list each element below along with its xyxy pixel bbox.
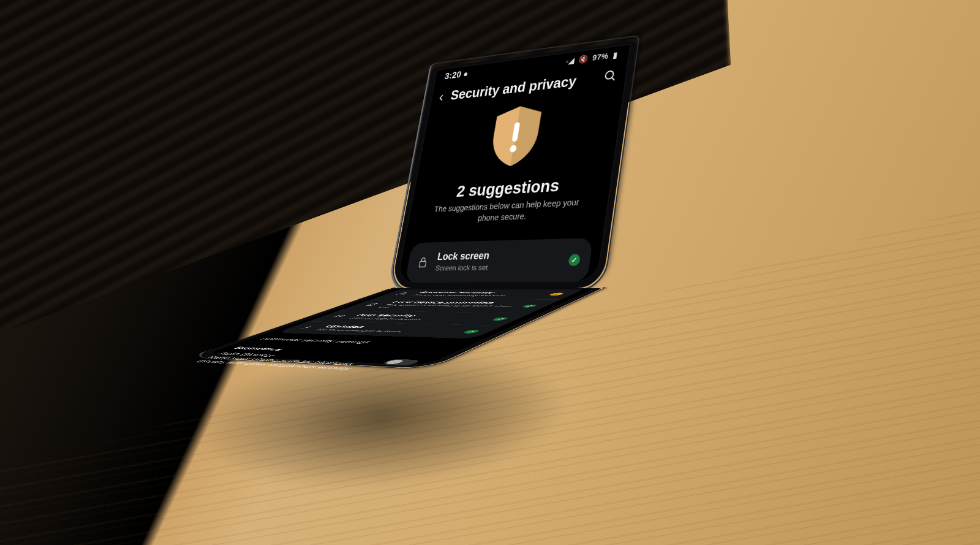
svg-point-10 — [334, 316, 337, 317]
shield-warning-icon — [483, 158, 539, 172]
svg-rect-4 — [419, 261, 426, 267]
security-hero: 2 suggestions The suggestions below can … — [413, 91, 614, 236]
svg-rect-6 — [366, 303, 378, 306]
lock-icon — [416, 256, 431, 269]
row-title: Lost device protection — [390, 300, 524, 305]
svg-point-11 — [338, 316, 341, 317]
row-subtitle: This phone is allowed to be found when l… — [375, 304, 516, 310]
photo-scene: 3:20 ▫◢ 🔇 97% ▮ ‹ Security and privacy — [0, 0, 980, 545]
battery-text: 97% — [592, 51, 609, 63]
status-icons: ▫◢ 🔇 97% ▮ — [565, 50, 619, 66]
row-subtitle: Check your Samsung account — [409, 294, 540, 297]
back-button[interactable]: ‹ — [438, 90, 445, 104]
status-warn-icon — [548, 293, 565, 296]
row-title: App security — [353, 313, 492, 319]
section-biometrics[interactable]: Biometrics — [224, 343, 448, 359]
status-ok-icon — [568, 254, 581, 266]
status-time: 3:20 — [444, 69, 469, 82]
svg-point-8 — [337, 315, 341, 316]
row-subtitle: Screen lock is set — [435, 262, 560, 273]
auto-blocker-toggle[interactable] — [380, 359, 422, 365]
phone-locate-icon — [361, 303, 382, 306]
apps-icon — [328, 314, 350, 318]
svg-point-5 — [401, 292, 407, 294]
battery-icon: ▮ — [612, 50, 619, 59]
status-ok-icon — [461, 330, 481, 333]
update-icon — [296, 326, 319, 329]
account-icon — [393, 292, 413, 295]
volume-icon: 🔇 — [578, 54, 589, 64]
row-lock-screen[interactable]: Lock screen Screen lock is set — [405, 238, 594, 283]
search-button[interactable] — [602, 68, 617, 86]
row-title: Lock screen — [437, 248, 562, 262]
status-ok-icon — [490, 318, 510, 321]
svg-point-9 — [342, 315, 345, 316]
signal-icon: ▫◢ — [565, 56, 576, 66]
svg-line-1 — [611, 77, 615, 81]
security-card-top: Lock screen Screen lock is set — [405, 238, 594, 283]
status-ok-icon — [520, 305, 538, 308]
row-title: Updates — [322, 324, 464, 331]
